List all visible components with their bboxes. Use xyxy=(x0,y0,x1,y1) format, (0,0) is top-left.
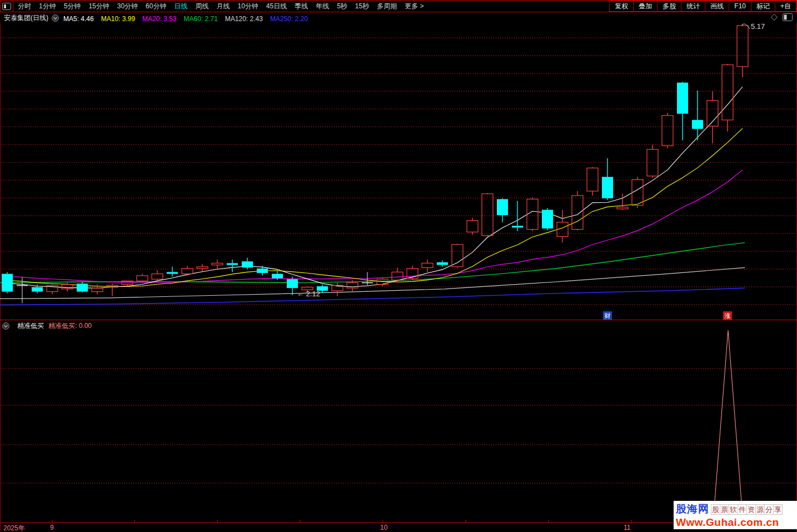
candle-down xyxy=(692,120,703,129)
candle-down xyxy=(602,177,613,198)
candle-up xyxy=(392,272,403,280)
ma-legend-item: MA20: 3.53 xyxy=(142,15,176,23)
chevron-down-circle-icon[interactable] xyxy=(52,14,59,22)
period-45日线[interactable]: 45日线 xyxy=(266,2,287,11)
toolbar-right-buttons: 复权叠加多股统计画线F10标记+自 xyxy=(610,1,796,12)
candle-up xyxy=(212,263,223,265)
toolbar-button-F10[interactable]: F10 xyxy=(729,1,751,12)
watermark-url: Www.Guhai.com.cn xyxy=(676,516,797,529)
indicator-name: 精准低买 xyxy=(17,321,44,331)
period-更多 >[interactable]: 更多 > xyxy=(405,2,424,11)
candle-up xyxy=(617,207,628,209)
layout-panel-icon[interactable] xyxy=(1,1,13,12)
ma-legend-item: MA60: 2.71 xyxy=(183,15,217,23)
period-30分钟[interactable]: 30分钟 xyxy=(117,2,138,11)
period-月线[interactable]: 月线 xyxy=(216,2,230,11)
candle-down xyxy=(32,287,43,292)
period-15秒[interactable]: 15秒 xyxy=(355,2,369,11)
candle-down xyxy=(677,83,688,114)
trading-app-window: 5.17← 2.12财涨 分时1分钟5分钟15分钟30分钟60分钟日线周线月线1… xyxy=(0,0,797,532)
stock-title: 安泰集团(日线) xyxy=(4,13,48,23)
watermark: 股海网 股票软件资源分享 Www.Guhai.com.cn xyxy=(674,501,797,529)
toolbar-button-画线[interactable]: 画线 xyxy=(705,1,729,12)
candle-up xyxy=(347,283,358,289)
chart-svg[interactable]: 5.17← 2.12财涨 xyxy=(0,0,797,532)
toolbar-button-标记[interactable]: 标记 xyxy=(751,1,775,12)
candle-up xyxy=(152,274,163,280)
candle-down xyxy=(272,274,283,279)
period-60分钟[interactable]: 60分钟 xyxy=(146,2,166,11)
candle-up xyxy=(422,263,433,267)
candle-down xyxy=(77,284,88,291)
period-10分钟[interactable]: 10分钟 xyxy=(237,2,258,11)
ma250-line xyxy=(0,288,745,305)
period-5秒[interactable]: 5秒 xyxy=(337,2,347,11)
period-周线[interactable]: 周线 xyxy=(195,2,208,11)
period-年线[interactable]: 年线 xyxy=(316,2,329,11)
ma120-line xyxy=(0,267,745,299)
candle-up xyxy=(452,245,463,267)
candle-up xyxy=(467,221,478,232)
high-arrow xyxy=(741,24,750,29)
toolbar-button-统计[interactable]: 统计 xyxy=(681,1,705,12)
candle-down xyxy=(512,226,523,227)
candle-up xyxy=(137,276,148,281)
event-badge-text: 财 xyxy=(605,312,611,319)
watermark-site: 股海网 xyxy=(676,502,709,516)
candle-up xyxy=(197,267,208,269)
candle-up xyxy=(572,196,583,230)
ma-legend-item: MA250: 2.20 xyxy=(270,15,308,23)
candle-up xyxy=(707,101,718,126)
candle-up xyxy=(482,194,493,236)
indicator-collapse-icon[interactable] xyxy=(2,322,9,330)
low-label: ← 2.12 xyxy=(297,290,320,298)
high-label: 5.17 xyxy=(751,22,765,31)
axis-month-label: 9 xyxy=(50,524,54,531)
buy-signal-spike xyxy=(713,330,743,523)
period-1分钟[interactable]: 1分钟 xyxy=(39,2,56,11)
axis-month-label: 11 xyxy=(624,524,630,531)
ma60-line xyxy=(0,243,745,283)
candle-down xyxy=(437,262,448,265)
period-分时[interactable]: 分时 xyxy=(18,2,31,11)
candle-down xyxy=(287,279,298,288)
candle-up xyxy=(527,199,538,229)
ma-legend-item: MA10: 3.99 xyxy=(101,15,135,23)
period-日线[interactable]: 日线 xyxy=(174,2,187,11)
candle-down xyxy=(227,263,238,265)
candle-up xyxy=(722,65,733,120)
ma10-line xyxy=(7,128,743,287)
candle-down xyxy=(242,261,253,267)
period-5分钟[interactable]: 5分钟 xyxy=(64,2,81,11)
toolbar: 分时1分钟5分钟15分钟30分钟60分钟日线周线月线10分钟45日线季线年线5秒… xyxy=(0,0,797,12)
ma-legend-item: MA120: 2.43 xyxy=(225,15,263,23)
candle-up xyxy=(632,180,643,205)
period-多周期[interactable]: 多周期 xyxy=(377,2,397,11)
period-15分钟[interactable]: 15分钟 xyxy=(88,2,109,11)
candle-down xyxy=(167,272,178,274)
candle-down xyxy=(497,199,508,215)
candle-up xyxy=(647,150,658,176)
ma-legend: MA5: 4.46MA10: 3.99MA20: 3.53MA60: 2.71M… xyxy=(63,13,315,23)
diamond-icon[interactable] xyxy=(770,13,778,23)
candle-up xyxy=(662,116,673,146)
axis-year-label: 2025年 xyxy=(3,524,25,532)
indicator-value: 精准低买: 0.00 xyxy=(48,321,92,331)
candle-down xyxy=(542,210,553,228)
toolbar-button-多股[interactable]: 多股 xyxy=(657,1,681,12)
candle-up xyxy=(92,288,103,291)
period-menu: 分时1分钟5分钟15分钟30分钟60分钟日线周线月线10分钟45日线季线年线5秒… xyxy=(13,2,432,11)
corner-icons xyxy=(770,13,797,23)
toolbar-button-+自[interactable]: +自 xyxy=(775,1,796,12)
period-季线[interactable]: 季线 xyxy=(295,2,308,11)
watermark-tagline: 股票软件资源分享 xyxy=(711,504,783,515)
toolbar-button-叠加[interactable]: 叠加 xyxy=(633,1,657,12)
ma-legend-item: MA5: 4.46 xyxy=(63,15,94,23)
candle-down xyxy=(2,274,13,292)
event-badge-text: 涨 xyxy=(725,312,731,319)
axis-month-label: 10 xyxy=(380,524,387,531)
split-window-icon[interactable] xyxy=(783,13,793,23)
chart-title-row: 安泰集团(日线) MA5: 4.46MA10: 3.99MA20: 3.53MA… xyxy=(0,13,797,23)
candle-up xyxy=(737,26,748,67)
toolbar-button-复权[interactable]: 复权 xyxy=(609,1,634,12)
